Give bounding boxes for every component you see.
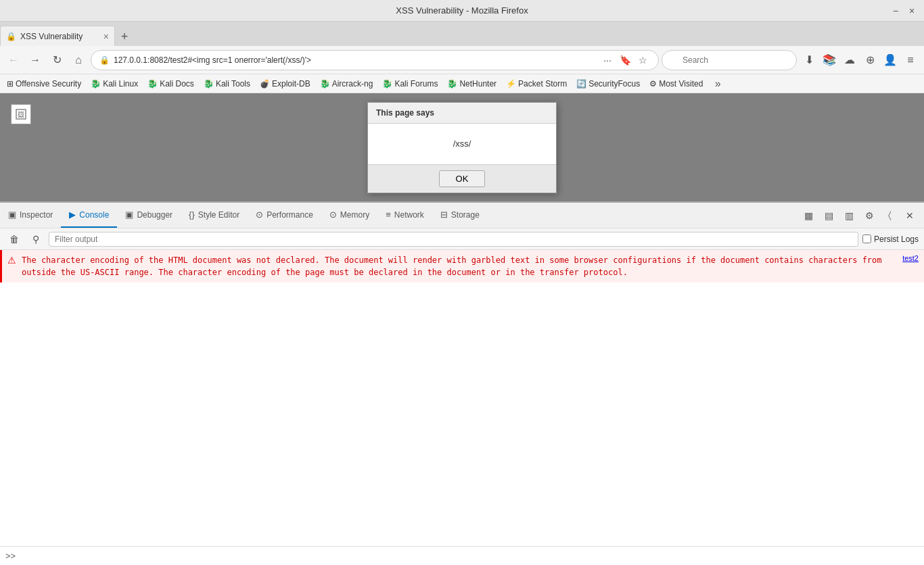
- console-toolbar: 🗑 ⚲ Persist Logs: [0, 228, 924, 250]
- url-lock-icon: 🔒: [99, 55, 110, 65]
- console-input[interactable]: [20, 551, 919, 561]
- devtools-dock-bottom-button[interactable]: ▤: [820, 207, 837, 224]
- style-editor-label: Style Editor: [198, 210, 239, 220]
- devtools-tab-debugger[interactable]: ▣ Debugger: [117, 203, 181, 228]
- bookmark-label-10: Most Visited: [659, 79, 703, 89]
- bookmark-icon-6: 🐉: [382, 79, 392, 89]
- bookmark-label-7: NetHunter: [459, 79, 496, 89]
- alert-body: /xss/: [368, 124, 556, 164]
- persist-logs-wrapper: Persist Logs: [862, 235, 919, 244]
- network-icon: ≡: [386, 210, 391, 220]
- zoom-button[interactable]: ⊕: [860, 51, 879, 70]
- bookmarks-more-button[interactable]: »: [708, 74, 727, 93]
- url-text: 127.0.0.1:8082/test2#<img src=1 onerror=…: [114, 55, 596, 65]
- memory-icon: ⊙: [329, 210, 337, 220]
- memory-label: Memory: [340, 210, 369, 220]
- downloads-button[interactable]: ⬇: [800, 51, 818, 70]
- debugger-label: Debugger: [137, 210, 172, 220]
- devtools-tab-inspector[interactable]: ▣ Inspector: [0, 203, 61, 228]
- console-icon: ▶: [69, 210, 76, 220]
- devtools-tab-style-editor[interactable]: {} Style Editor: [181, 203, 248, 228]
- alert-footer: OK: [368, 164, 556, 193]
- bookmark-label-2: Kali Docs: [160, 79, 194, 89]
- bookmark-label-0: Offensive Security: [16, 79, 81, 89]
- bookmark-aircrack[interactable]: 🐉 Aircrack-ng: [316, 78, 377, 90]
- toolbar-right: ⬇ 📚 ☁ ⊕ 👤 ≡: [800, 51, 920, 70]
- new-tab-button[interactable]: +: [115, 27, 134, 46]
- bookmark-offensive-security[interactable]: ⊞ Offensive Security: [3, 78, 85, 90]
- bookmark-exploit-db[interactable]: 💣 Exploit-DB: [256, 78, 315, 90]
- persist-logs-checkbox[interactable]: [862, 235, 871, 243]
- tab-bar: 🔒 XSS Vulnerability × +: [0, 22, 924, 46]
- devtools-tab-storage[interactable]: ⊟ Storage: [432, 203, 488, 228]
- devtools-tab-network[interactable]: ≡ Network: [377, 203, 432, 228]
- error-source-link[interactable]: test2: [902, 254, 919, 262]
- devtools-overflow-button[interactable]: 〈: [881, 207, 898, 224]
- url-bar[interactable]: 🔒 127.0.0.1:8082/test2#<img src=1 onerro…: [91, 50, 659, 70]
- bookmark-icon-9: 🔄: [576, 79, 586, 89]
- url-bookmark-button[interactable]: 🔖: [618, 53, 632, 68]
- avatar-button[interactable]: 👤: [881, 51, 900, 70]
- window-title: XSS Vulnerability - Mozilla Firefox: [396, 5, 528, 16]
- bookmark-icon-2: 🐉: [147, 79, 158, 89]
- bookmark-label-9: SecurityFocus: [588, 79, 640, 89]
- browser-tab[interactable]: 🔒 XSS Vulnerability ×: [0, 26, 115, 46]
- devtools-close-button[interactable]: ✕: [901, 207, 919, 224]
- bookmark-icon-8: ⚡: [506, 79, 516, 89]
- bookmark-icon-7: 🐉: [447, 79, 457, 89]
- style-editor-icon: {}: [189, 210, 195, 220]
- bookmark-most-visited[interactable]: ⚙ Most Visited: [645, 78, 707, 90]
- bookmark-label-8: Packet Storm: [518, 79, 567, 89]
- console-input-row: >>: [0, 546, 924, 565]
- devtools-tab-console[interactable]: ▶ Console: [61, 203, 117, 228]
- menu-button[interactable]: ≡: [901, 51, 920, 70]
- devtools-tab-memory[interactable]: ⊙ Memory: [321, 203, 377, 228]
- library-button[interactable]: 📚: [820, 51, 839, 70]
- bookmark-kali-forums[interactable]: 🐉 Kali Forums: [378, 78, 442, 90]
- url-more-button[interactable]: ···: [600, 53, 615, 68]
- performance-icon: ⊙: [256, 210, 263, 220]
- alert-dialog: This page says /xss/ OK: [367, 102, 557, 193]
- minimize-button[interactable]: −: [889, 4, 902, 18]
- alert-ok-button[interactable]: OK: [439, 170, 486, 187]
- error-text: The character encoding of the HTML docum…: [22, 254, 892, 278]
- bookmark-icon-1: 🐉: [91, 79, 101, 89]
- devtools-tab-performance[interactable]: ⊙ Performance: [248, 203, 321, 228]
- tab-close-button[interactable]: ×: [103, 31, 109, 42]
- console-error-row: ⚠ The character encoding of the HTML doc…: [0, 250, 924, 282]
- home-button[interactable]: ⌂: [69, 51, 88, 70]
- bookmarks-bar: ⊞ Offensive Security 🐉 Kali Linux 🐉 Kali…: [0, 74, 924, 93]
- console-filter-icon-button[interactable]: ⚲: [27, 230, 45, 248]
- inspector-label: Inspector: [20, 210, 53, 220]
- bookmark-kali-linux[interactable]: 🐉 Kali Linux: [87, 78, 142, 90]
- inspector-icon: ▣: [8, 210, 16, 220]
- devtools-dock-split-button[interactable]: ▦: [800, 207, 817, 224]
- console-label: Console: [79, 210, 109, 220]
- alert-overlay: This page says /xss/ OK: [0, 93, 924, 201]
- devtools-settings-button[interactable]: ⚙: [860, 207, 878, 224]
- bookmark-icon-3: 🐉: [204, 79, 214, 89]
- bookmark-kali-docs[interactable]: 🐉 Kali Docs: [143, 78, 198, 90]
- bookmark-security-focus[interactable]: 🔄 SecurityFocus: [572, 78, 644, 90]
- devtools-tab-bar: ▣ Inspector ▶ Console ▣ Debugger {} Styl…: [0, 203, 924, 228]
- reload-button[interactable]: ↻: [47, 51, 66, 70]
- alert-message: /xss/: [453, 139, 471, 149]
- bookmark-kali-tools[interactable]: 🐉 Kali Tools: [200, 78, 254, 90]
- back-button[interactable]: ←: [4, 51, 23, 70]
- close-button[interactable]: ×: [905, 4, 919, 18]
- bookmark-label-3: Kali Tools: [216, 79, 250, 89]
- bookmark-icon-5: 🐉: [320, 79, 330, 89]
- bookmark-nethunter[interactable]: 🐉 NetHunter: [443, 78, 501, 90]
- forward-button[interactable]: →: [26, 51, 45, 70]
- bookmark-packet-storm[interactable]: ⚡ Packet Storm: [502, 78, 571, 90]
- bookmark-icon-4: 💣: [260, 79, 270, 89]
- sync-button[interactable]: ☁: [840, 51, 859, 70]
- console-filter-input[interactable]: [49, 232, 858, 247]
- search-input[interactable]: [662, 50, 797, 70]
- debugger-icon: ▣: [125, 210, 133, 220]
- browser-toolbar: ← → ↻ ⌂ 🔒 127.0.0.1:8082/test2#<img src=…: [0, 46, 924, 74]
- devtools-dock-side-button[interactable]: ▥: [840, 207, 858, 224]
- console-clear-button[interactable]: 🗑: [5, 230, 23, 248]
- url-star-button[interactable]: ☆: [635, 53, 650, 68]
- search-wrapper: 🔍: [662, 50, 797, 70]
